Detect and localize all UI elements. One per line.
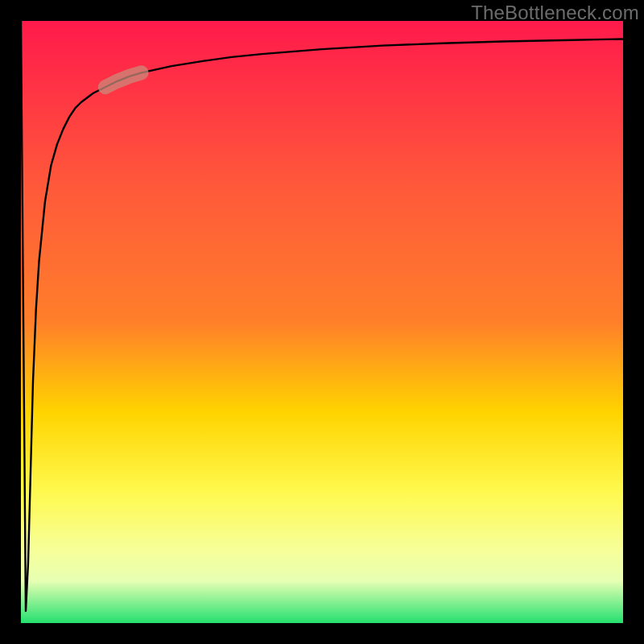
gradient-background	[21, 21, 623, 623]
watermark-text: TheBottleneck.com	[471, 2, 639, 24]
chart-container: TheBottleneck.com	[0, 0, 644, 644]
chart-svg	[0, 0, 644, 644]
